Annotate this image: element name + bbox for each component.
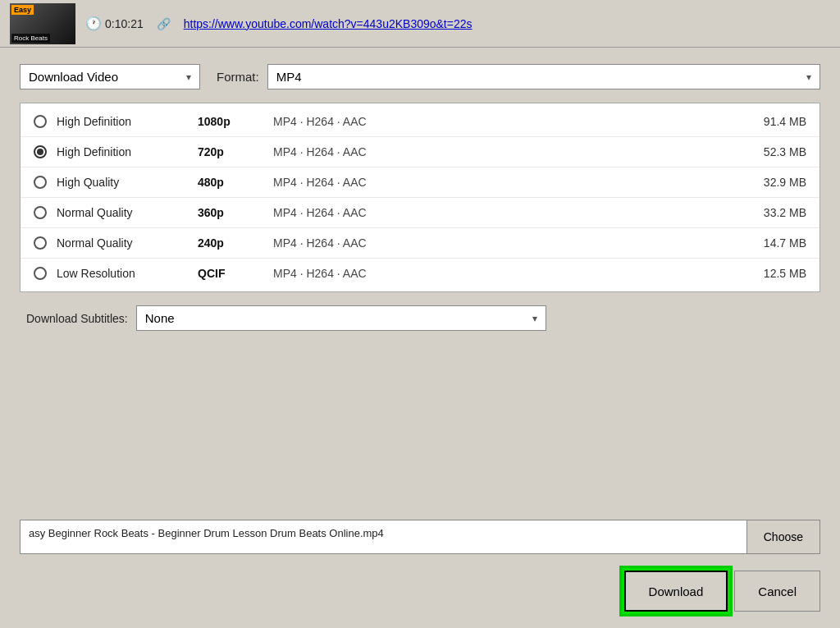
quality-item[interactable]: High Definition720pMP4 · H264 · AAC52.3 … [21, 137, 819, 167]
format-dropdown-arrow: ▾ [806, 71, 811, 83]
format-row: Format: MP4 ▾ [217, 64, 820, 89]
quality-name: Low Resolution [57, 267, 188, 280]
subtitles-row: Download Subtitles: None ▾ [20, 305, 820, 331]
quality-size: 52.3 MB [741, 145, 806, 158]
choose-button[interactable]: Choose [746, 520, 820, 554]
type-dropdown[interactable]: Download Video ▾ [20, 64, 200, 89]
quality-size: 14.7 MB [741, 236, 806, 250]
subtitles-dropdown-value: None [145, 311, 175, 325]
quality-codec: MP4 · H264 · AAC [273, 176, 731, 189]
subtitles-label: Download Subtitles: [26, 312, 128, 325]
quality-radio[interactable] [34, 176, 47, 189]
quality-list: High Definition1080pMP4 · H264 · AAC91.4… [20, 103, 820, 292]
quality-radio[interactable] [34, 267, 47, 280]
type-dropdown-value: Download Video [29, 70, 118, 84]
format-dropdown[interactable]: MP4 ▾ [267, 64, 820, 89]
quality-resolution: 720p [198, 145, 263, 158]
top-bar-meta: 🕐 0:10:21 🔗 https://www.youtube.com/watc… [85, 16, 830, 31]
buttons-row: Download Cancel [20, 571, 820, 612]
quality-item[interactable]: High Quality480pMP4 · H264 · AAC32.9 MB [21, 167, 819, 198]
quality-resolution: 360p [198, 206, 263, 219]
quality-item[interactable]: High Definition1080pMP4 · H264 · AAC91.4… [21, 107, 819, 137]
download-button[interactable]: Download [624, 571, 728, 612]
video-url[interactable]: https://www.youtube.com/watch?v=443u2KB3… [184, 17, 472, 30]
quality-codec: MP4 · H264 · AAC [273, 145, 731, 158]
quality-radio[interactable] [34, 206, 47, 219]
filepath-input[interactable]: asy Beginner Rock Beats - Beginner Drum … [20, 520, 746, 554]
quality-radio[interactable] [34, 115, 47, 128]
format-label: Format: [217, 70, 259, 84]
quality-name: High Definition [57, 145, 188, 158]
thumbnail-title-label: Easy [11, 5, 34, 15]
quality-item[interactable]: Normal Quality240pMP4 · H264 · AAC14.7 M… [21, 228, 819, 259]
subtitles-dropdown-arrow: ▾ [532, 313, 537, 324]
download-dialog: Download Video ▾ Format: MP4 ▾ High Defi… [0, 48, 840, 628]
type-dropdown-arrow: ▾ [186, 71, 191, 83]
quality-item[interactable]: Normal Quality360pMP4 · H264 · AAC33.2 M… [21, 198, 819, 228]
quality-codec: MP4 · H264 · AAC [273, 236, 731, 250]
quality-size: 33.2 MB [741, 206, 806, 219]
thumbnail-subtitle-label: Rock Beats [11, 34, 50, 43]
quality-codec: MP4 · H264 · AAC [273, 206, 731, 219]
quality-name: High Quality [57, 176, 188, 189]
quality-codec: MP4 · H264 · AAC [273, 115, 731, 128]
duration-text: 0:10:21 [105, 17, 144, 30]
format-dropdown-value: MP4 [276, 70, 302, 84]
quality-size: 32.9 MB [741, 176, 806, 189]
quality-item[interactable]: Low ResolutionQCIFMP4 · H264 · AAC12.5 M… [21, 259, 819, 288]
video-duration: 🕐 0:10:21 [85, 16, 144, 31]
quality-resolution: 1080p [198, 115, 263, 128]
quality-name: Normal Quality [57, 206, 188, 219]
quality-resolution: 240p [198, 236, 263, 250]
quality-codec: MP4 · H264 · AAC [273, 267, 731, 280]
link-icon: 🔗 [157, 17, 171, 30]
quality-name: Normal Quality [57, 236, 188, 250]
quality-radio[interactable] [34, 236, 47, 250]
quality-radio[interactable] [34, 145, 47, 158]
quality-size: 12.5 MB [741, 267, 806, 280]
quality-size: 91.4 MB [741, 115, 806, 128]
clock-icon: 🕐 [85, 16, 102, 31]
type-format-row: Download Video ▾ Format: MP4 ▾ [20, 64, 820, 89]
quality-resolution: 480p [198, 176, 263, 189]
quality-resolution: QCIF [198, 267, 263, 280]
subtitles-dropdown[interactable]: None ▾ [136, 305, 546, 331]
filepath-row: asy Beginner Rock Beats - Beginner Drum … [20, 520, 820, 554]
video-thumbnail: Easy Rock Beats [10, 3, 75, 44]
cancel-button[interactable]: Cancel [734, 571, 820, 612]
quality-name: High Definition [57, 115, 188, 128]
top-bar: Easy Rock Beats 🕐 0:10:21 🔗 https://www.… [0, 0, 840, 48]
